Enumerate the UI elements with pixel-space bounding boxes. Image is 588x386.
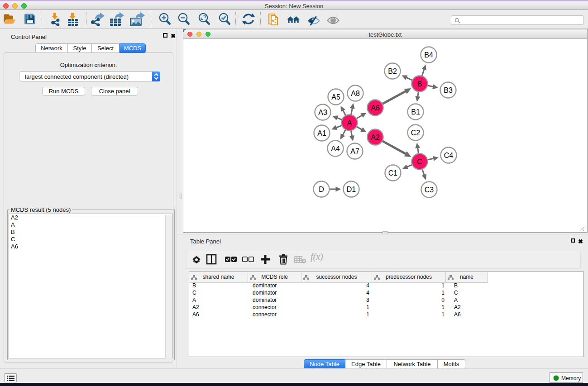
svg-text:A5: A5 [331,93,340,101]
svg-text:B4: B4 [424,51,433,59]
svg-text:A6: A6 [371,104,380,112]
svg-text:C2: C2 [411,129,421,137]
svg-text:A1: A1 [317,129,326,137]
svg-text:A7: A7 [350,148,359,155]
svg-text:C1: C1 [388,169,398,177]
svg-text:D: D [319,186,324,193]
svg-text:A8: A8 [351,90,360,97]
svg-text:C: C [417,158,422,166]
svg-text:A2: A2 [371,133,380,141]
svg-text:C4: C4 [444,152,454,159]
svg-text:A4: A4 [331,145,340,152]
svg-text:B: B [417,80,422,88]
svg-text:B3: B3 [444,86,453,94]
svg-text:B1: B1 [411,108,420,116]
svg-text:B2: B2 [388,67,397,75]
svg-text:A3: A3 [318,109,327,116]
svg-text:A: A [347,119,352,127]
svg-text:D1: D1 [347,186,356,193]
svg-text:C3: C3 [425,186,434,194]
